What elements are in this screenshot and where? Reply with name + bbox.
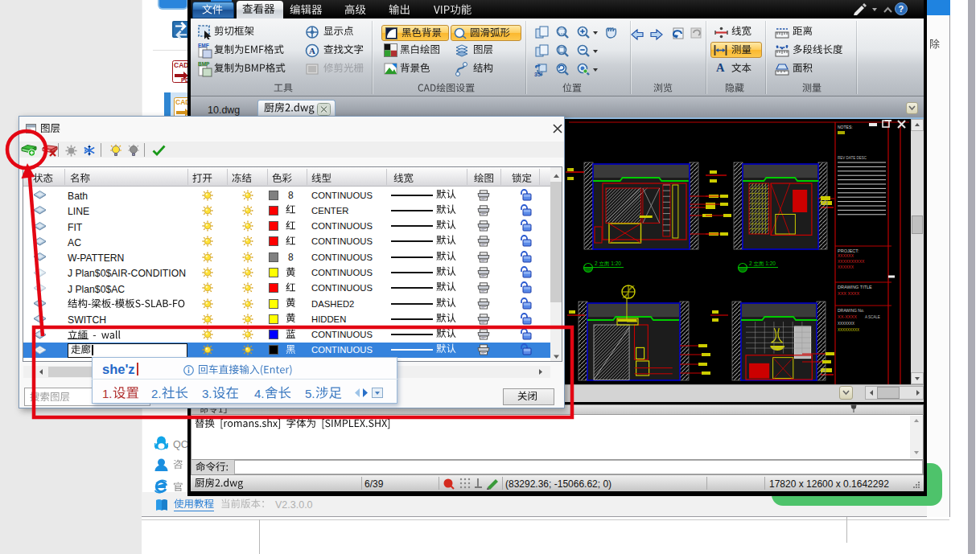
svg-text:XXXXXX: XXXXXX xyxy=(838,253,854,258)
svg-text:2 立面 1:20: 2 立面 1:20 xyxy=(749,261,776,266)
svg-text:2 立面 1:20: 2 立面 1:20 xyxy=(595,261,621,266)
svg-text:XXXXXXXXXX: XXXXXXXXXX xyxy=(838,259,865,264)
svg-text:A SCALE: A SCALE xyxy=(865,315,880,319)
svg-text:NOTES:: NOTES: xyxy=(838,125,853,129)
svg-text:DRAWING No.: DRAWING No. xyxy=(838,308,864,313)
svg-text:XXX XXXX: XXX XXXX xyxy=(838,291,860,296)
svg-text:DRAWING TITLE: DRAWING TITLE xyxy=(838,285,872,289)
svg-text:REV DATE DESC: REV DATE DESC xyxy=(838,156,867,160)
svg-text:XX-XXXX: XX-XXXX xyxy=(838,314,857,319)
svg-text:XXXXXXX: XXXXXXX xyxy=(838,322,854,326)
svg-text:XXXXXXXXX: XXXXXXXXX xyxy=(838,328,859,332)
svg-text:?: ? xyxy=(899,4,904,14)
svg-text:XXXXXX: XXXXXX xyxy=(838,265,854,269)
